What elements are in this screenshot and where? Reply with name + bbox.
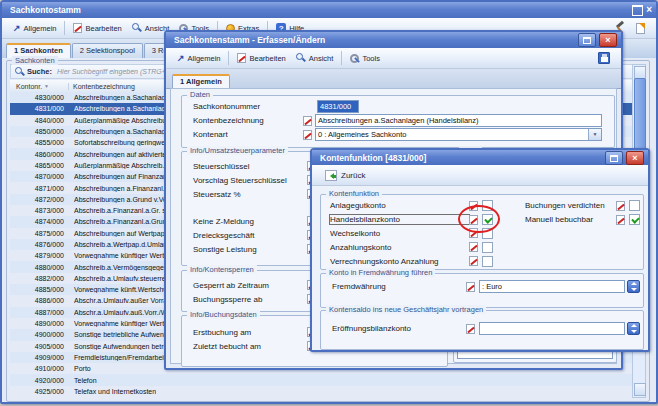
saldo-group-label: Kontensaldo ins neue Geschäftsjahr vortr…	[326, 305, 486, 314]
account-name: Abschreibungen auf aktivierte ger	[74, 151, 178, 158]
kontenfunktion-right: Buchungen verdichtenManuell bebuchbar	[525, 199, 640, 227]
account-number: 4925/000	[10, 388, 64, 395]
sort-icon: ▼	[44, 83, 49, 89]
edit-restore-button[interactable]	[578, 33, 596, 47]
edit-pencil-icon[interactable]	[469, 242, 478, 252]
edit-pencil-icon[interactable]	[616, 215, 625, 225]
edit-menubar: ↗AllgemeinBearbeitenAnsichtTools	[166, 48, 621, 69]
field-label: Gesperrt ab Zeitraum	[193, 281, 307, 290]
edit-pencil-icon[interactable]	[466, 324, 475, 334]
table-row[interactable]: 4920/000Telefon	[10, 374, 632, 385]
field-label: Sonstige Leistung	[193, 245, 307, 254]
sachkontonummer-field[interactable]: 4831/000	[317, 100, 359, 113]
account-name: Abschreibungen auf Wertpapiere	[74, 230, 176, 237]
search-icon	[15, 67, 25, 77]
funktion-window-title: Kontenfunktion [4831/000]	[320, 153, 602, 163]
field-label: Vorschlag Steuerschlüssel	[193, 176, 307, 185]
field-row: Sachkontonummer 4831/000	[193, 100, 613, 113]
menu-item-label: Bearbeiten	[85, 24, 121, 33]
edit-pencil-icon[interactable]	[616, 201, 625, 211]
account-number: 4909/000	[10, 354, 64, 361]
kontenfunktion-group-label: Kontenfunktion	[326, 189, 382, 198]
account-number: 4920/000	[10, 377, 64, 384]
fremdwaehrung-group-label: Konto in Fremdwährung führen	[326, 268, 435, 277]
field-row: Kontenbezeichnung Abschreibungen a.Sacha…	[193, 114, 613, 127]
account-number: 4880/000	[10, 264, 64, 271]
checkbox-label: Buchungen verdichten	[525, 201, 616, 210]
menu-separator	[64, 21, 65, 35]
buchung-group-label: Info/Buchungsdaten	[187, 310, 260, 319]
account-number: 4876/000	[10, 241, 64, 248]
account-number: 4887/000	[10, 309, 64, 316]
menu-item-label: Bearbeiten	[249, 54, 285, 63]
menu-item-label: Allgemein	[24, 24, 57, 33]
arrow-icon: ↗	[177, 54, 185, 63]
edit-close-button[interactable]: ×	[599, 33, 617, 47]
edit-tabrow: 1 Allgemein	[166, 69, 621, 89]
account-number: 4905/000	[10, 343, 64, 350]
account-name: Telefax und Internetkosten	[74, 388, 156, 395]
account-name: Porto	[74, 365, 91, 372]
edit-pencil-icon[interactable]	[469, 256, 478, 266]
search-input[interactable]: Hier Suchbegriff eingeben (STRG+S	[57, 68, 170, 75]
new-note-button[interactable]	[631, 21, 650, 36]
field-label: Steuerschlüssel	[193, 162, 307, 171]
account-name: Abschr.a.Umlaufv.auß.Vorr./Wert	[74, 309, 175, 316]
account-name: Abschreib.a.Umlaufv.steuerrechtl	[74, 275, 177, 282]
save-button[interactable]	[593, 50, 615, 66]
lookup-button[interactable]	[627, 280, 640, 293]
funktion-restore-button[interactable]	[605, 151, 623, 165]
page-icon	[636, 23, 645, 34]
field-row: Kontenart 0 : Allgemeines Sachkonto ▼	[193, 128, 613, 141]
edit-titlebar: Sachkontenstamm - Erfassen/Ändern ×	[166, 32, 621, 48]
account-number: 4871/000	[10, 185, 64, 192]
menu-item-tools[interactable]: Tools	[345, 52, 385, 65]
menu-item-bearbeiten[interactable]: Bearbeiten	[68, 21, 126, 35]
field-label: Erstbuchung am	[193, 328, 307, 337]
back-button[interactable]: Zurück	[318, 167, 372, 184]
eroeffnungsbilanzkonto-label: Eröffnungsbilanzkonto	[332, 324, 466, 333]
kontenbezeichnung-field[interactable]: Abschreibungen a.Sachanlagen (Handelsbil…	[315, 114, 602, 127]
table-row[interactable]: 4925/000Telefax und Internetkosten	[10, 386, 632, 397]
checkbox-label: Handelsbilanzkonto	[330, 215, 469, 224]
tab-allgemein[interactable]: 1 Allgemein	[172, 74, 230, 89]
account-number: 4872/000	[10, 196, 64, 203]
sachkonten-group-label: Sachkonten	[12, 56, 58, 65]
funktion-close-button[interactable]: ×	[626, 151, 644, 165]
checkbox[interactable]	[482, 256, 493, 267]
scroll-down-button[interactable]	[634, 383, 646, 396]
back-icon	[325, 170, 337, 181]
menu-item-bearbeiten[interactable]: Bearbeiten	[232, 51, 290, 65]
eroeffnungsbilanzkonto-field[interactable]	[479, 322, 625, 335]
fremdwaehrung-label: Fremdwährung	[332, 282, 466, 291]
checkbox-row: Buchungen verdichten	[525, 199, 640, 213]
account-name: Telefon	[74, 377, 97, 384]
close-button[interactable]: ×	[646, 6, 652, 14]
menu-item-ansicht[interactable]: Ansicht	[291, 51, 339, 65]
account-name: Fremdleistungen/Fremdarbeiten	[74, 354, 174, 361]
account-name: Abschreib.a.Finanzanl.a.Grund st	[74, 218, 178, 225]
chevron-down-icon[interactable]: ▼	[588, 129, 601, 140]
fremdwaehrung-field[interactable]: : Euro	[479, 280, 625, 293]
edit-pencil-icon[interactable]	[303, 116, 312, 126]
tab-2-selektionspool[interactable]: 2 Selektionspool	[72, 43, 143, 58]
lookup-button[interactable]	[627, 322, 640, 335]
account-number: 4831/000	[10, 105, 64, 112]
field-label: Zuletzt bebucht am	[193, 342, 307, 351]
checkbox[interactable]	[629, 200, 640, 211]
checkbox[interactable]	[482, 242, 493, 253]
menu-item-allgemein[interactable]: ↗Allgemein	[8, 22, 61, 35]
account-number: 4860/000	[10, 151, 64, 158]
sachkontonummer-label: Sachkontonummer	[193, 102, 303, 111]
kontenart-select[interactable]: 0 : Allgemeines Sachkonto ▼	[315, 128, 602, 141]
maximize-button[interactable]	[632, 5, 643, 16]
screen: Sachkontostamm × ↗AllgemeinBearbeitenAns…	[0, 0, 658, 406]
edit-pencil-icon[interactable]	[466, 282, 475, 292]
account-number: 4885/000	[10, 286, 64, 293]
sperren-group-label: Info/Kontensperren	[187, 265, 257, 274]
menu-item-allgemein[interactable]: ↗Allgemein	[172, 52, 225, 65]
column-kontonr[interactable]: Kontonr. ▼	[10, 83, 68, 90]
menu-separator	[228, 51, 229, 65]
checkbox[interactable]	[629, 214, 640, 225]
edit-pencil-icon[interactable]	[303, 130, 312, 140]
